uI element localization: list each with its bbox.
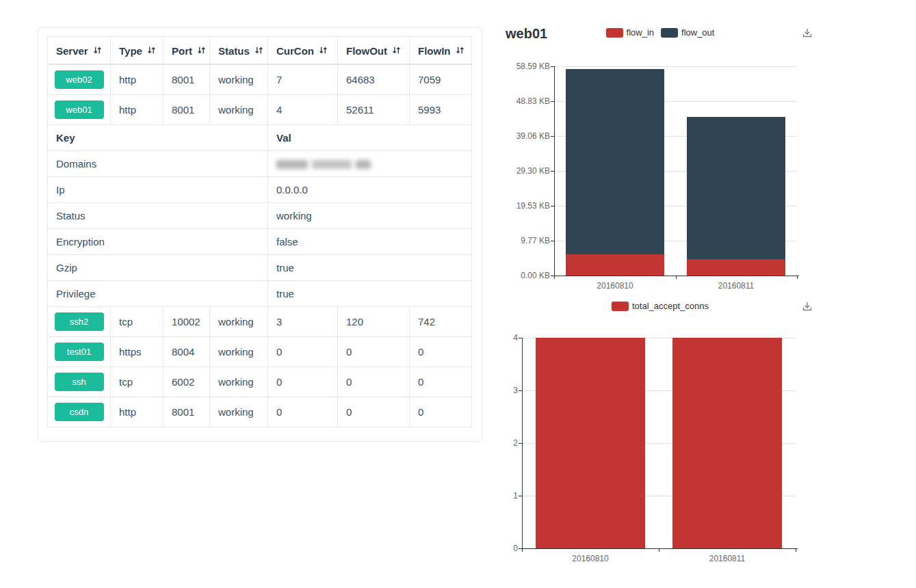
detail-header-row: Key Val <box>48 124 472 150</box>
y-axis-label: 0.00 KB <box>499 271 550 280</box>
flow-chart-web01: web01 flow_in flow_out 58.59 KB48.83 KB3… <box>499 21 821 301</box>
bar-total_accept_conns-20160810[interactable] <box>536 338 645 548</box>
cell-type: http <box>111 64 163 95</box>
cell-port: 8001 <box>163 94 210 124</box>
detail-value: true <box>268 280 472 306</box>
detail-row-privilege: Privilege true <box>48 280 472 306</box>
server-row-ssh: ssh tcp 6002 working 0 0 0 <box>48 366 472 397</box>
cell-flowin: 0 <box>410 397 472 427</box>
detail-value-redacted <box>268 150 472 176</box>
sort-icon <box>147 46 156 55</box>
bar-total_accept_conns-20160811[interactable] <box>672 338 782 548</box>
col-header-type[interactable]: Type <box>111 37 163 64</box>
y-axis-line <box>554 66 555 276</box>
server-badge[interactable]: ssh2 <box>55 312 104 331</box>
detail-row-gzip: Gzip true <box>48 254 472 280</box>
y-axis-line <box>522 338 523 549</box>
x-axis-tick <box>659 548 659 552</box>
plot-area: 432102016081020160811 <box>499 294 821 574</box>
cell-type: http <box>111 397 163 427</box>
detail-row-encryption: Encryption false <box>48 228 472 254</box>
server-row-ssh2: ssh2 tcp 10002 working 3 120 742 <box>48 306 472 336</box>
col-header-label: Status <box>218 45 250 57</box>
plot-area: 58.59 KB48.83 KB39.06 KB29.30 KB19.53 KB… <box>499 21 821 301</box>
cell-status: working <box>210 64 268 95</box>
detail-value: working <box>268 202 472 228</box>
detail-key: Encryption <box>48 228 268 254</box>
sort-icon <box>254 46 263 55</box>
cell-flowout: 120 <box>338 306 410 336</box>
detail-key: Domains <box>48 150 268 176</box>
cell-status: working <box>210 94 268 124</box>
cell-port: 8001 <box>163 64 210 95</box>
x-axis-line <box>554 276 799 276</box>
col-header-server[interactable]: Server <box>48 37 111 64</box>
cell-flowout: 52611 <box>338 94 410 124</box>
cell-status: working <box>210 336 268 366</box>
cell-flowout: 64683 <box>338 64 410 95</box>
server-badge[interactable]: web02 <box>55 70 104 89</box>
y-axis-label: 1 <box>499 491 518 500</box>
col-header-label: Server <box>56 45 88 57</box>
bar-flow_out-20160811[interactable] <box>687 117 785 259</box>
col-header-port[interactable]: Port <box>163 37 210 64</box>
dashboard-page: Server Type Port Status CurCon FlowOut F… <box>0 0 916 588</box>
col-header-label: CurCon <box>276 45 314 57</box>
col-header-flowin[interactable]: FlowIn <box>410 37 472 64</box>
detail-row-ip: Ip 0.0.0.0 <box>48 176 472 202</box>
y-axis-label: 48.83 KB <box>499 96 550 106</box>
detail-row-domains: Domains <box>48 150 472 176</box>
server-badge[interactable]: ssh <box>55 373 104 391</box>
server-badge[interactable]: web01 <box>55 101 104 119</box>
cell-flowout: 0 <box>338 336 410 366</box>
cell-curcon: 0 <box>268 366 338 397</box>
cell-type: http <box>111 94 163 124</box>
sort-icon <box>93 46 102 55</box>
x-axis-tick <box>676 276 677 279</box>
col-header-label: Type <box>119 45 142 57</box>
sort-icon <box>392 46 401 55</box>
cell-type: tcp <box>111 306 163 336</box>
cell-type: tcp <box>111 366 163 397</box>
x-axis-tick <box>796 548 796 552</box>
server-badge[interactable]: csdn <box>55 403 104 421</box>
cell-flowin: 5993 <box>410 94 472 124</box>
cell-port: 8004 <box>163 336 210 366</box>
col-header-status[interactable]: Status <box>210 37 268 64</box>
server-row-test01: test01 https 8004 working 0 0 0 <box>48 336 472 366</box>
x-axis-tick <box>797 276 798 279</box>
x-axis-label: 20160810 <box>549 554 631 563</box>
col-header-flowout[interactable]: FlowOut <box>338 37 410 64</box>
x-axis-label: 20160810 <box>574 281 656 291</box>
detail-key: Gzip <box>48 254 268 280</box>
y-axis-label: 9.77 KB <box>499 236 550 245</box>
detail-key: Ip <box>48 176 268 202</box>
x-axis-label: 20160811 <box>686 554 768 563</box>
cell-flowout: 0 <box>338 397 410 427</box>
detail-key: Privilege <box>48 280 268 306</box>
x-axis-tick <box>522 548 523 552</box>
sort-icon <box>319 46 328 55</box>
col-header-label: FlowOut <box>346 45 387 57</box>
detail-row-status: Status working <box>48 202 472 228</box>
detail-value: false <box>268 228 472 254</box>
server-badge[interactable]: test01 <box>55 343 104 361</box>
bar-flow_out-20160810[interactable] <box>566 69 664 254</box>
server-row-csdn: csdn http 8001 working 0 0 0 <box>48 397 472 427</box>
sort-icon <box>456 46 464 55</box>
y-axis-label: 39.06 KB <box>499 131 550 141</box>
cell-flowin: 0 <box>410 336 472 366</box>
cell-curcon: 4 <box>268 94 338 124</box>
x-axis-line <box>522 548 798 549</box>
detail-value: 0.0.0.0 <box>268 176 472 202</box>
col-header-curcon[interactable]: CurCon <box>268 37 338 64</box>
server-row-web02: web02 http 8001 working 7 64683 7059 <box>48 64 472 95</box>
cell-port: 10002 <box>163 306 210 336</box>
bar-flow_in-20160811[interactable] <box>687 259 785 276</box>
bar-flow_in-20160810[interactable] <box>566 254 664 276</box>
detail-key-header: Key <box>48 124 268 150</box>
redacted-domain-value <box>276 160 371 169</box>
server-table-card: Server Type Port Status CurCon FlowOut F… <box>38 27 482 442</box>
cell-status: working <box>210 306 268 336</box>
cell-curcon: 3 <box>268 306 338 336</box>
